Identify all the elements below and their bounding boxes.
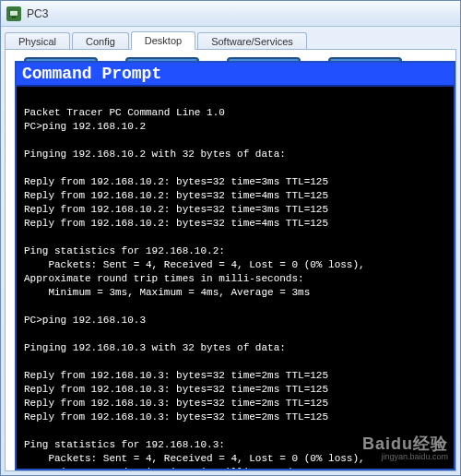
tab-config[interactable]: Config (72, 32, 129, 50)
tab-label: Physical (18, 36, 56, 47)
desktop-panel: Command Prompt Packet Tracer PC Command … (5, 49, 456, 471)
svg-rect-0 (10, 10, 18, 16)
tab-software-services[interactable]: Software/Services (197, 32, 307, 50)
tab-label: Software/Services (211, 36, 293, 47)
tab-desktop[interactable]: Desktop (131, 31, 195, 50)
tab-label: Desktop (145, 35, 182, 46)
app-window: PC3 Physical Config Desktop Software/Ser… (0, 0, 461, 476)
command-prompt-output[interactable]: Packet Tracer PC Command Line 1.0 PC>pin… (17, 87, 454, 469)
command-prompt-title[interactable]: Command Prompt (17, 63, 454, 87)
command-prompt-window: Command Prompt Packet Tracer PC Command … (15, 61, 455, 470)
tab-label: Config (86, 36, 115, 47)
tab-bar: Physical Config Desktop Software/Service… (1, 27, 460, 49)
window-title: PC3 (27, 7, 48, 20)
tab-physical[interactable]: Physical (5, 32, 70, 50)
pc-icon (6, 6, 21, 21)
title-bar[interactable]: PC3 (1, 1, 460, 27)
svg-rect-1 (12, 17, 17, 18)
